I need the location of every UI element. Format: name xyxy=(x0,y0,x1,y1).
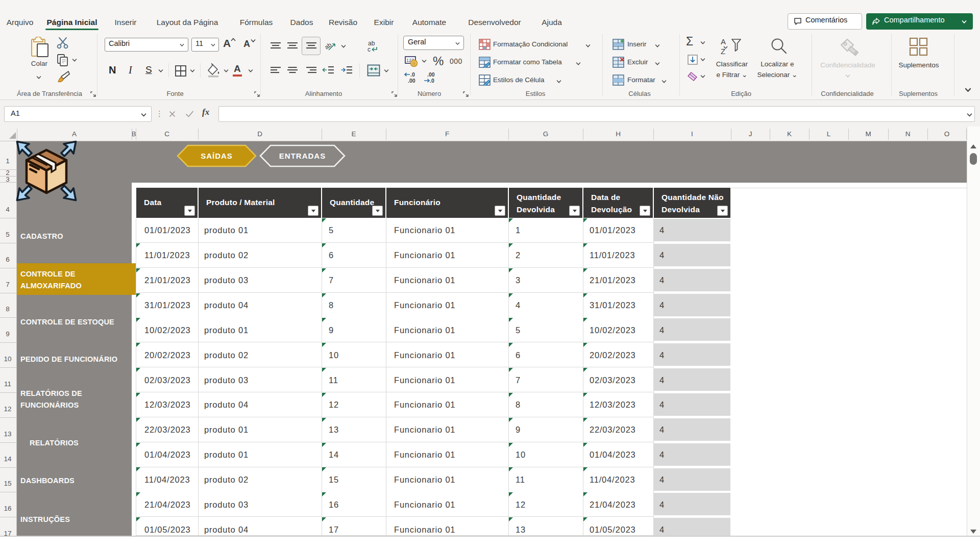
svg-text:A: A xyxy=(721,37,726,46)
svg-text:.00: .00 xyxy=(408,78,415,84)
svg-text:ENTRADAS: ENTRADAS xyxy=(279,152,326,160)
svg-text:c: c xyxy=(368,46,371,53)
svg-text:Z: Z xyxy=(721,47,725,56)
svg-text:.0: .0 xyxy=(410,71,415,78)
svg-text:.0: .0 xyxy=(430,78,434,84)
svg-text:.00: .00 xyxy=(427,71,435,78)
svg-text:SAÍDAS: SAÍDAS xyxy=(201,152,233,160)
